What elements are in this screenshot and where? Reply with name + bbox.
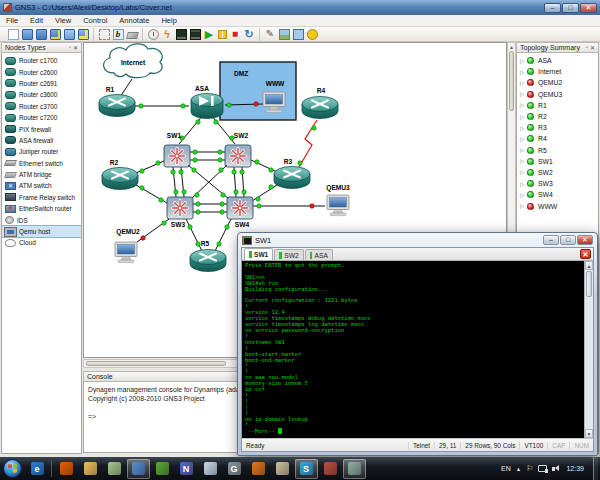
close-panel-icon[interactable]: ✕ [590,44,595,51]
node-type-item-ethernet-switch[interactable]: Ethernet switch [2,158,81,169]
browse-directory-button[interactable] [64,29,75,40]
scroll-up-icon[interactable]: ▲ [585,261,593,270]
draw-ellipse-button[interactable] [307,29,318,40]
tab-sw2[interactable]: SW2 [274,249,303,260]
topology-item-internet[interactable]: ▷Internet [517,66,598,77]
action-center-flag-icon[interactable]: ⚐ [526,464,533,473]
stop-button[interactable]: ■ [230,29,241,40]
node-type-item-cloud[interactable]: Cloud [2,237,81,248]
topology-item-sw2[interactable]: ▷SW2 [517,167,598,178]
topology-item-qemu3[interactable]: ▷QEMU3 [517,89,598,100]
terminal-window[interactable]: SW1 – □ ✕ SW1SW2ASA ✕ Press ENTER to get… [237,232,598,456]
device-R3[interactable] [274,167,310,189]
taskbar-explorer-button[interactable] [79,459,102,479]
ethernet-link[interactable] [120,79,132,97]
node-type-item-etherswitch-router[interactable]: *EtherSwitch router [2,203,81,214]
topology-item-r2[interactable]: ▷R2 [517,111,598,122]
expand-arrow-icon[interactable]: ▷ [520,114,527,120]
taskbar-app-green-button[interactable] [151,459,174,479]
node-type-item-ids[interactable]: IDS [2,214,81,225]
menu-view[interactable]: View [49,16,77,25]
tab-sw1[interactable]: SW1 [244,248,273,260]
open-project-button[interactable] [22,29,33,40]
topology-item-r4[interactable]: ▷R4 [517,133,598,144]
show-desktop-button[interactable] [593,457,598,480]
node-type-item-juniper-router[interactable]: Juniper router [2,146,81,157]
taskbar-app-red-button[interactable] [319,459,342,479]
terminal-output[interactable]: Press ENTER to get the prompt. SW1>en SW… [242,261,584,438]
taskbar-skype-button[interactable]: S [295,459,318,479]
node-type-item-router-c2600[interactable]: Router c2600 [2,66,81,77]
node-type-item-router-c2691[interactable]: Router c2691 [2,78,81,89]
terminal-title-bar[interactable]: SW1 – □ ✕ [238,233,597,247]
device-R2[interactable] [102,168,138,190]
device-QEMU3[interactable] [327,195,349,216]
draw-rectangle-button[interactable] [293,29,304,40]
expand-arrow-icon[interactable]: ▷ [520,169,527,175]
new-project-button[interactable] [8,29,19,40]
snapshot-button[interactable] [78,29,89,40]
topology-item-sw3[interactable]: ▷SW3 [517,178,598,189]
reload-button[interactable]: ↻ [244,29,255,40]
taskbar-onenote-button[interactable]: N [175,459,198,479]
volume-icon[interactable] [552,464,561,473]
console-all-button[interactable] [190,29,201,40]
clock[interactable]: 12:39 [566,465,584,472]
device-SW4[interactable] [227,197,253,219]
topology-item-r1[interactable]: ▷R1 [517,100,598,111]
add-note-button[interactable]: ✎ [265,29,276,40]
topology-item-sw1[interactable]: ▷SW1 [517,156,598,167]
node-type-item-asa-firewall[interactable]: ASA firewall [2,135,81,146]
expand-arrow-icon[interactable]: ▷ [520,147,527,153]
insert-image-button[interactable] [279,29,290,40]
save-as-button[interactable] [50,29,61,40]
terminal-minimize-button[interactable]: – [543,235,559,245]
menu-help[interactable]: Help [155,16,182,25]
expand-arrow-icon[interactable]: ▷ [520,203,527,209]
node-type-item-atm-switch[interactable]: ✕ATM switch [2,180,81,191]
taskbar-app-blue-button[interactable] [127,459,150,479]
float-panel-icon[interactable]: ▫ [586,44,588,51]
taskbar-mail-button[interactable] [199,459,222,479]
device-SW1[interactable] [164,145,190,167]
node-type-item-router-c7200[interactable]: Router c7200 [2,112,81,123]
console-connect-button[interactable]: ϟ [162,29,173,40]
taskbar-photo-viewer-button[interactable] [103,459,126,479]
taskbar-app-g-button[interactable]: G [223,459,246,479]
terminal-close-button[interactable]: ✕ [577,235,593,245]
eraser-button[interactable] [126,32,139,39]
node-type-item-router-c3600[interactable]: Router c3600 [2,89,81,100]
show-hostnames-button[interactable]: b [113,29,124,40]
suspend-button[interactable] [218,30,227,39]
expand-arrow-icon[interactable]: ▷ [520,80,527,86]
scroll-down-icon[interactable]: ▼ [585,429,593,438]
dmz-zone-rectangle[interactable] [220,62,296,120]
node-type-item-qemu-host[interactable]: Qemu host [2,226,81,237]
tray-expand-icon[interactable]: ▲ [516,466,521,472]
tab-asa[interactable]: ASA [305,249,333,260]
device-R5[interactable] [190,250,226,272]
expand-arrow-icon[interactable]: ▷ [520,136,527,142]
ethernet-link[interactable] [215,219,231,251]
taskbar-app-tan-button[interactable] [271,459,294,479]
menu-annotate[interactable]: Annotate [113,16,155,25]
topology-item-qemu2[interactable]: ▷QEMU2 [517,77,598,88]
expand-arrow-icon[interactable]: ▷ [520,158,527,164]
menu-file[interactable]: File [0,16,24,25]
topology-item-r5[interactable]: ▷R5 [517,145,598,156]
device-ASA[interactable] [191,94,223,119]
maximize-button[interactable]: □ [562,3,579,13]
vscroll-thumb[interactable] [509,51,514,111]
taskbar-virtualbox-button[interactable] [247,459,270,479]
title-bar[interactable]: GNS3 - C:/Users/Alexi/Desktop/Labs/Cover… [0,0,600,15]
node-type-item-router-c1700[interactable]: Router c1700 [2,55,81,66]
node-type-item-router-c3700[interactable]: Router c3700 [2,101,81,112]
scroll-up-icon[interactable]: ▲ [508,43,515,51]
start-button[interactable] [3,459,22,478]
language-indicator[interactable]: EN [501,465,511,472]
close-panel-icon[interactable]: ✕ [73,44,78,51]
expand-arrow-icon[interactable]: ▷ [520,192,527,198]
start-button[interactable]: ▶ [204,29,215,40]
terminal-scroll-thumb[interactable] [586,271,592,297]
topology-item-www[interactable]: ▷WWW [517,200,598,211]
